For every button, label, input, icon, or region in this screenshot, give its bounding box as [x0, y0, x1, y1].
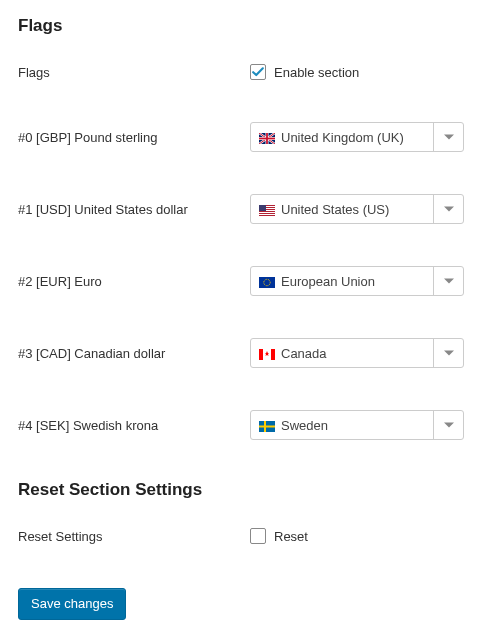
currency-row: #4 [SEK] Swedish krona Sweden	[18, 410, 486, 440]
country-select-value: United States (US)	[281, 202, 389, 217]
reset-checkbox-text: Reset	[274, 529, 308, 544]
svg-rect-10	[259, 214, 275, 215]
currency-label: #2 [EUR] Euro	[18, 274, 250, 289]
row-reset-settings: Reset Settings Reset	[18, 528, 486, 544]
row-enable-section: Flags Enable section	[18, 64, 486, 80]
se-flag-icon	[259, 420, 275, 431]
country-select-value: United Kingdom (UK)	[281, 130, 404, 145]
country-select[interactable]: Canada	[250, 338, 464, 368]
uk-flag-icon	[259, 132, 275, 143]
save-button[interactable]: Save changes	[18, 588, 126, 620]
currency-label: #3 [CAD] Canadian dollar	[18, 346, 250, 361]
currency-label: #0 [GBP] Pound sterling	[18, 130, 250, 145]
chevron-down-icon	[433, 267, 463, 295]
checkmark-icon	[251, 65, 265, 79]
chevron-down-icon	[433, 411, 463, 439]
country-select-value: European Union	[281, 274, 375, 289]
enable-section-label: Flags	[18, 65, 250, 80]
reset-checkbox[interactable]	[250, 528, 266, 544]
currency-row: #1 [USD] United States dollar United Sta…	[18, 194, 486, 224]
currency-row: #0 [GBP] Pound sterling United Kingdom (…	[18, 122, 486, 152]
currency-row: #2 [EUR] Euro European Union	[18, 266, 486, 296]
enable-section-text: Enable section	[274, 65, 359, 80]
currency-row: #3 [CAD] Canadian dollar Canada	[18, 338, 486, 368]
ca-flag-icon	[259, 348, 275, 359]
country-select[interactable]: United States (US)	[250, 194, 464, 224]
enable-section-checkbox[interactable]	[250, 64, 266, 80]
svg-rect-11	[259, 205, 266, 211]
section-flags-heading: Flags	[18, 16, 486, 36]
eu-flag-icon	[259, 276, 275, 287]
us-flag-icon	[259, 204, 275, 215]
country-select-value: Sweden	[281, 418, 328, 433]
section-reset-heading: Reset Section Settings	[18, 480, 486, 500]
svg-rect-15	[259, 349, 263, 360]
currency-label: #1 [USD] United States dollar	[18, 202, 250, 217]
svg-rect-19	[259, 425, 275, 427]
chevron-down-icon	[433, 123, 463, 151]
svg-rect-9	[259, 212, 275, 213]
svg-rect-4	[259, 137, 275, 139]
svg-rect-16	[271, 349, 275, 360]
currency-label: #4 [SEK] Swedish krona	[18, 418, 250, 433]
svg-rect-12	[259, 277, 275, 288]
country-select[interactable]: Sweden	[250, 410, 464, 440]
country-select-value: Canada	[281, 346, 327, 361]
country-select[interactable]: United Kingdom (UK)	[250, 122, 464, 152]
chevron-down-icon	[433, 195, 463, 223]
chevron-down-icon	[433, 339, 463, 367]
country-select[interactable]: European Union	[250, 266, 464, 296]
reset-settings-label: Reset Settings	[18, 529, 250, 544]
